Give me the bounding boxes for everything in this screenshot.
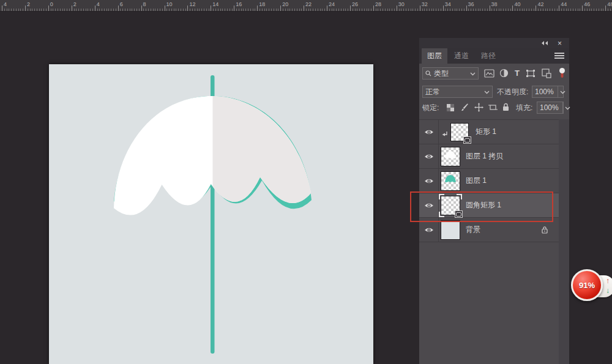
layer-name[interactable]: 圆角矩形 1 [466,193,501,217]
selection-bracket [457,194,462,199]
tab-channels-label: 通道 [454,51,469,60]
photoshop-window: 4202468101214161820222426283032343638404… [0,0,612,364]
chevron-down-icon [560,90,565,94]
horizontal-ruler: 4202468101214161820222426283032343638404… [0,0,612,12]
upload-arrow-icon[interactable]: ↑ [606,277,610,284]
layer-lock-icon [542,226,548,234]
visibility-toggle[interactable] [419,120,439,144]
visibility-toggle[interactable] [419,144,439,168]
chevron-down-icon [565,106,570,110]
vector-mask-badge-icon [455,210,463,218]
layer-row-rectangle-1[interactable]: 矩形 1 [419,120,559,144]
layer-name-text: 图层 1 拷贝 [466,151,503,162]
panel-tabstrip: 图层 通道 路径 [419,48,569,64]
layer-thumbnail[interactable] [450,123,469,141]
layer-list-gutter [559,119,569,364]
layer-name-text: 矩形 1 [476,127,496,137]
lock-artboard-icon[interactable] [488,103,498,111]
white-umbrella-thumb [441,147,460,166]
fill-input[interactable]: 100% [537,102,564,114]
layer-name[interactable]: 背景 [466,218,480,242]
vector-mask-badge-icon [463,136,471,144]
selection-bracket [439,194,444,199]
layer-row-layer-1[interactable]: 图层 1 [419,169,559,193]
blend-mode-select[interactable]: 正常 [422,86,493,98]
eye-icon [424,154,434,160]
filter-shape-layers-icon[interactable] [526,69,536,78]
tab-paths-label: 路径 [481,51,496,60]
umbrella-artwork [49,64,373,364]
transfer-progress-widget[interactable]: ↑ ↓ 91% [571,269,612,303]
filter-type-layers-icon[interactable]: T [515,69,520,78]
teal-umbrella-thumb [441,172,460,190]
tab-layers-label: 图层 [427,51,442,60]
chevron-down-icon [484,90,490,94]
eye-icon [424,202,434,209]
filter-toggle-icon[interactable] [559,67,565,80]
lock-image-brush-icon[interactable] [461,103,469,112]
layer-row-rounded-rectangle-1[interactable]: 圆角矩形 1 [419,193,559,218]
chevron-down-icon [470,72,476,76]
layer-row-layer-1-copy[interactable]: 图层 1 拷贝 [419,144,559,169]
progress-percent: 91% [579,281,595,290]
filter-pixel-layers-icon[interactable] [484,69,494,78]
opacity-input[interactable]: 100% [532,86,564,98]
visibility-toggle[interactable] [419,218,439,242]
opacity-label: 不透明度: [497,86,528,98]
panel-titlebar: × [419,38,569,48]
selection-bracket [439,212,444,217]
lock-row: 锁定: 填充: 100% [419,102,569,115]
tab-paths[interactable]: 路径 [476,48,501,64]
layer-thumbnail[interactable] [441,147,460,166]
lock-position-icon[interactable] [474,103,483,112]
filter-adjustment-layers-icon[interactable] [499,69,509,78]
eye-icon [424,129,434,135]
filter-kind-select[interactable]: 类型 [422,67,479,80]
close-panel-icon[interactable]: × [558,40,562,47]
lock-all-icon[interactable] [502,103,509,111]
eye-icon [424,178,434,184]
clipping-mask-icon [442,131,448,138]
tab-layers[interactable]: 图层 [422,48,447,64]
document-canvas[interactable] [49,64,373,364]
layer-name[interactable]: 图层 1 拷贝 [466,144,503,168]
layer-name-text: 背景 [466,225,480,235]
layers-panel: × 图层 通道 路径 类型 T [419,38,569,364]
filter-kind-value: 类型 [434,69,468,79]
visibility-toggle[interactable] [419,193,439,217]
progress-badge[interactable]: 91% [571,269,603,301]
blend-mode-value: 正常 [425,87,482,97]
layer-name-text: 图层 1 [466,176,487,186]
layer-thumbnail[interactable] [441,196,460,215]
layer-row-background[interactable]: 背景 [419,218,559,242]
tab-channels[interactable]: 通道 [449,48,474,64]
layer-thumbnail[interactable] [441,220,460,240]
blend-row: 正常 不透明度: 100% [419,86,569,99]
lock-label: 锁定: [422,102,439,114]
filter-row: 类型 T [419,67,569,82]
collapse-panel-icon[interactable] [541,40,549,46]
lock-transparency-icon[interactable] [447,104,454,111]
download-arrow-icon[interactable]: ↓ [606,287,610,294]
visibility-toggle[interactable] [419,169,439,193]
opacity-value: 100% [535,87,554,96]
layer-thumbnail[interactable] [441,171,460,191]
eye-icon [424,227,434,233]
filter-smart-objects-icon[interactable] [542,69,551,78]
layer-name[interactable]: 图层 1 [466,169,487,193]
fill-value: 100% [540,103,559,112]
layer-name-text: 圆角矩形 1 [466,200,501,210]
search-icon [425,70,431,76]
panel-menu-icon[interactable] [554,51,564,60]
fill-label: 填充: [516,102,532,114]
layer-name[interactable]: 矩形 1 [476,120,496,144]
layer-list: 矩形 1 图层 1 拷贝 图层 1 [419,119,559,242]
